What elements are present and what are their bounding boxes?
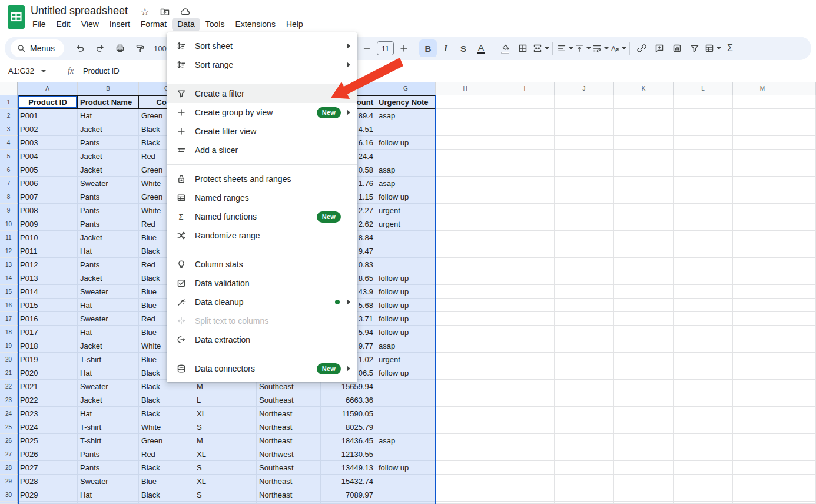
cell[interactable] [792, 461, 816, 475]
cell[interactable]: 8025.79 [321, 420, 376, 434]
cell[interactable] [674, 95, 733, 109]
cell[interactable]: Sweater [78, 312, 139, 326]
cell[interactable] [436, 150, 495, 163]
cell[interactable] [436, 271, 495, 285]
column-header-A[interactable]: A [18, 82, 78, 95]
cell[interactable] [436, 285, 495, 299]
cell[interactable]: P019 [18, 353, 78, 366]
cell[interactable] [674, 434, 733, 447]
cell[interactable] [733, 163, 792, 177]
cell[interactable] [555, 475, 614, 488]
cell[interactable] [792, 177, 816, 190]
cell[interactable] [555, 420, 614, 434]
cell[interactable] [436, 434, 495, 447]
cell[interactable] [674, 122, 733, 136]
cell[interactable] [733, 177, 792, 190]
cell[interactable] [436, 122, 495, 136]
merge-cells-button[interactable] [532, 39, 549, 57]
cell[interactable] [674, 177, 733, 190]
cell[interactable]: follow up [376, 312, 436, 326]
cell[interactable] [495, 177, 555, 190]
cell[interactable]: P023 [18, 407, 78, 420]
cell[interactable] [555, 285, 614, 299]
cell[interactable] [733, 285, 792, 299]
cell[interactable] [495, 285, 555, 299]
cell[interactable]: follow up [376, 461, 436, 475]
cell[interactable]: Northeast [257, 407, 321, 420]
cell[interactable] [792, 163, 816, 177]
cell[interactable] [792, 339, 816, 353]
column-header-J[interactable]: J [555, 82, 614, 95]
cell[interactable] [614, 461, 674, 475]
cell[interactable] [674, 244, 733, 258]
cell[interactable] [495, 366, 555, 380]
row-header-30[interactable]: 30 [0, 488, 18, 502]
column-header-K[interactable]: K [614, 82, 674, 95]
cell[interactable] [674, 488, 733, 502]
cell[interactable]: urgent [376, 353, 436, 366]
cell[interactable] [436, 231, 495, 244]
cell[interactable] [436, 109, 495, 122]
cell[interactable] [792, 95, 816, 109]
cell[interactable] [733, 393, 792, 407]
cell[interactable] [436, 312, 495, 326]
cell[interactable]: Pants [78, 136, 139, 150]
cell[interactable]: XL [194, 407, 257, 420]
menubar-item-file[interactable]: File [27, 18, 51, 31]
cell[interactable] [792, 488, 816, 502]
cell[interactable]: P013 [18, 271, 78, 285]
cell[interactable]: asap [376, 434, 436, 447]
cell[interactable] [495, 380, 555, 393]
menubar-item-view[interactable]: View [76, 18, 104, 31]
cell[interactable] [674, 150, 733, 163]
cell[interactable] [733, 447, 792, 461]
cell[interactable] [674, 136, 733, 150]
row-header-1[interactable]: 1 [0, 95, 18, 109]
cell[interactable] [733, 136, 792, 150]
cell[interactable] [674, 353, 733, 366]
cell[interactable] [555, 217, 614, 231]
row-header-5[interactable]: 5 [0, 150, 18, 163]
column-header-L[interactable]: L [674, 82, 733, 95]
cell[interactable]: P025 [18, 434, 78, 447]
cell[interactable] [436, 258, 495, 271]
row-header-17[interactable]: 17 [0, 312, 18, 326]
cell[interactable]: Jacket [78, 163, 139, 177]
cell[interactable]: S [194, 461, 257, 475]
undo-button[interactable] [71, 39, 89, 57]
cell[interactable] [792, 258, 816, 271]
cell[interactable] [733, 312, 792, 326]
menubar-item-tools[interactable]: Tools [200, 18, 230, 31]
borders-button[interactable] [514, 39, 532, 57]
cell[interactable]: P010 [18, 231, 78, 244]
row-header-22[interactable]: 22 [0, 380, 18, 393]
cell[interactable] [555, 109, 614, 122]
cell[interactable] [733, 109, 792, 122]
cell[interactable]: L [194, 393, 257, 407]
cell[interactable] [614, 136, 674, 150]
row-header-24[interactable]: 24 [0, 407, 18, 420]
cell[interactable] [436, 366, 495, 380]
cell[interactable] [555, 393, 614, 407]
cell[interactable] [614, 339, 674, 353]
cell[interactable]: P021 [18, 380, 78, 393]
cell[interactable]: Green [139, 434, 194, 447]
cell[interactable]: 6663.36 [321, 393, 376, 407]
name-box[interactable]: A1:G32 [0, 67, 57, 75]
cell[interactable] [674, 190, 733, 204]
menus-search-button[interactable]: Menus [11, 39, 64, 57]
cell[interactable] [495, 204, 555, 217]
cell[interactable]: Northeast [257, 434, 321, 447]
cell[interactable] [614, 475, 674, 488]
cell[interactable] [614, 285, 674, 299]
cell[interactable] [18, 502, 78, 504]
column-header[interactable] [792, 82, 816, 95]
cell[interactable]: P026 [18, 447, 78, 461]
cell[interactable] [614, 258, 674, 271]
cell[interactable] [792, 326, 816, 339]
cell[interactable] [733, 475, 792, 488]
cell[interactable] [555, 461, 614, 475]
cell[interactable] [792, 271, 816, 285]
cell[interactable]: P009 [18, 217, 78, 231]
cell[interactable]: T-shirt [78, 434, 139, 447]
